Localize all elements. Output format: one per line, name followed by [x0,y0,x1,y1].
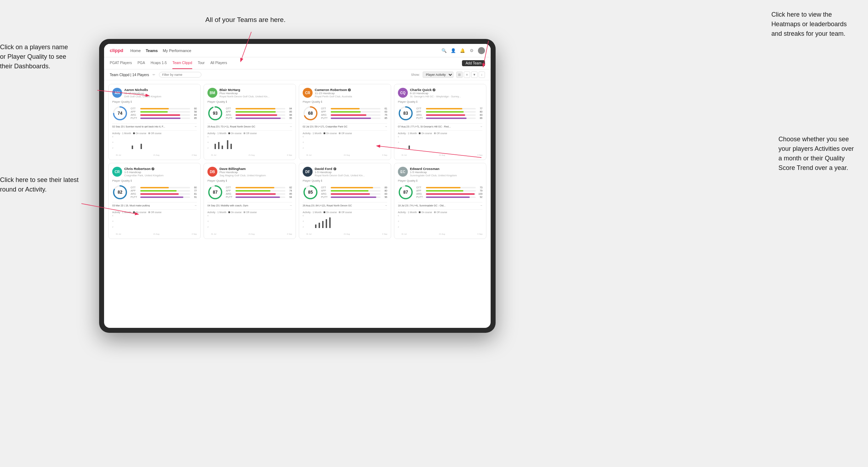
activity-label[interactable]: Activity · 1 Month [112,132,131,135]
stat-row: OTT 82 [226,186,292,189]
stat-value: 80 [477,110,482,113]
latest-round-arrow: → [194,125,197,128]
player-header: DF David Ford ✓ 1-5 Handicap Royal North… [303,167,387,177]
settings-icon[interactable]: ⚙ [469,48,474,53]
off-course-legend: Off course [244,132,257,135]
player-card[interactable]: BM Blair McHarg Plus Handicap Royal Nort… [204,84,296,160]
latest-round-arrow: → [289,204,292,207]
player-name[interactable]: Chris Robertson ✓ [124,167,197,171]
stat-row: ARG 75 [321,114,387,116]
latest-round-text: 26 Aug 23 | 73 (+1), Royal North Devon G… [207,125,289,128]
team-label: Team Clippd | 14 Players [110,73,149,77]
quality-circle[interactable]: 82 [112,184,128,200]
latest-round[interactable]: 02 Jul 23 | 59 (+17), Craigmillar Park G… [303,123,387,128]
subnav-team-clippd[interactable]: Team Clippd [172,57,192,69]
latest-round[interactable]: 18 Jul 23 | 74 (+4), Sunningdale GC - Ol… [398,202,482,207]
activity-label[interactable]: Activity · 1 Month [398,132,417,135]
sort-button[interactable]: ↕ [479,72,485,78]
activity-label[interactable]: Activity · 1 Month [398,211,417,213]
player-card[interactable]: AN Aaron Nicholls 11-15 Handicap Drift G… [108,84,201,160]
quality-circle[interactable]: 87 [207,184,223,200]
on-course-legend: On course [419,132,432,135]
nav-home[interactable]: Home [130,49,141,53]
activity-label[interactable]: Activity · 1 Month [303,211,321,213]
stat-bar [140,187,169,188]
nav-teams[interactable]: Teams [146,49,158,53]
heatmaps-callout-text: Click here to view theHeatmaps or leader… [771,10,847,39]
stats-list: OTT 60 APP 58 ARG 84 PUTT 8 [131,107,197,119]
player-name[interactable]: David Ford ✓ [315,167,387,171]
activity-label[interactable]: Activity · 1 Month [207,132,226,135]
player-card[interactable]: DB Dave Billingham Plus Handicap Sag Mag… [204,163,296,239]
edit-icon[interactable]: ✏ [153,73,155,76]
stat-bar-wrap [235,111,285,113]
stat-label: ARG [321,114,330,116]
stat-row: ARG 84 [131,114,197,116]
show-select[interactable]: Player Activity [423,72,453,78]
subnav-pgat[interactable]: PGAT Players [110,57,132,69]
activity-label[interactable]: Activity · 1 Month [303,132,321,135]
quality-circle[interactable]: 93 [207,106,223,121]
activity-label[interactable]: Activity · 1 Month [207,211,226,213]
stat-bar [140,108,169,109]
player-name[interactable]: Dave Billingham [219,167,292,171]
stat-bar-wrap [426,187,476,188]
quality-section: 83 OTT 77 APP 80 ARG 83 [398,106,482,121]
add-team-button[interactable]: Add Team [462,60,485,66]
player-club: Craigmillar Park, United Kingdom [124,174,197,177]
chart-axis-labels: 6 4 2 [207,136,209,149]
latest-round-callout-text: Click here to see their latestround or A… [0,175,79,194]
stats-list: OTT 89 APP 80 ARG 83 PUTT 9 [321,186,387,198]
player-card[interactable]: CQ Charlie Quick ✓ 6-10 Handicap St. Geo… [394,84,486,160]
player-avatar: DB [207,167,217,177]
player-card[interactable]: DF David Ford ✓ 1-5 Handicap Royal North… [299,163,391,239]
latest-round[interactable]: 04 Sep 23 | Mobility with coach, Gym → [207,202,292,207]
player-avatar: CR [303,88,313,98]
quality-circle[interactable]: 74 [112,106,128,121]
activity-header: Activity · 1 Month On course Off course [207,132,292,135]
latest-round[interactable]: 02 Sep 23 | Sunrise round to get back in… [112,123,197,128]
player-name[interactable]: Blair McHarg [219,88,292,92]
subnav-all-players[interactable]: All Players [210,57,227,69]
latest-round[interactable]: 26 Aug 23 | 73 (+1), Royal North Devon G… [207,123,292,128]
latest-round[interactable]: 26 Aug 23 | 84 (+12), Royal North Devon … [303,202,387,207]
stat-bar-wrap [140,118,190,119]
filter-button[interactable]: ▼ [471,72,478,78]
profile-icon[interactable]: 👤 [450,48,456,53]
team-filter-input[interactable] [159,72,201,78]
quality-circle[interactable]: 68 [303,106,318,121]
player-card[interactable]: CR Cameron Robertson ✓ 11-15 Handicap Ro… [299,84,391,160]
activity-header: Activity · 1 Month On course Off course [303,211,387,213]
stats-list: OTT 77 APP 80 ARG 83 PUTT 8 [416,107,482,119]
quality-circle[interactable]: 87 [398,184,413,200]
player-handicap: 11-15 Handicap [124,92,197,95]
search-icon[interactable]: 🔍 [441,48,447,53]
avatar-icon[interactable] [478,47,485,54]
activity-label[interactable]: Activity · 1 Month [112,211,131,213]
nav-my-performance[interactable]: My Performance [163,49,192,53]
player-name[interactable]: Edward Crossman [410,167,482,171]
player-card[interactable]: CR Chris Robertson ✓ 1-5 Handicap Craigm… [108,163,201,239]
bell-icon[interactable]: 🔔 [459,48,465,53]
stat-bar-wrap [426,108,476,109]
player-name[interactable]: Charlie Quick ✓ [410,88,482,92]
table-view-button[interactable]: ≡ [464,72,470,78]
player-name[interactable]: Cameron Robertson ✓ [315,88,387,92]
off-course-legend: Off course [148,211,161,213]
subnav-hcaps[interactable]: Hcaps 1-5 [151,57,167,69]
quality-circle[interactable]: 83 [398,106,413,121]
latest-round[interactable]: 03 Mar 23 | 19, Must make putting → [112,202,197,207]
player-info: Cameron Robertson ✓ 11-15 Handicap Royal… [315,88,387,98]
stat-bar [331,193,370,195]
quality-label: Player Quality ℹ [207,179,292,182]
quality-label: Player Quality ℹ [112,100,197,103]
subnav-tour[interactable]: Tour [198,57,205,69]
grid-view-button[interactable]: ⊞ [456,72,463,78]
player-card[interactable]: EC Edward Crossman 1-5 Handicap Sunningd… [394,163,486,239]
player-name[interactable]: Aaron Nicholls [124,88,197,92]
stat-value: 79 [477,189,482,192]
quality-circle[interactable]: 85 [303,184,318,200]
latest-round[interactable]: 07 Aug 23 | 77 (+7), St George's Hill GC… [398,123,482,128]
on-course-dot [133,132,135,134]
subnav-pga[interactable]: PGA [137,57,145,69]
